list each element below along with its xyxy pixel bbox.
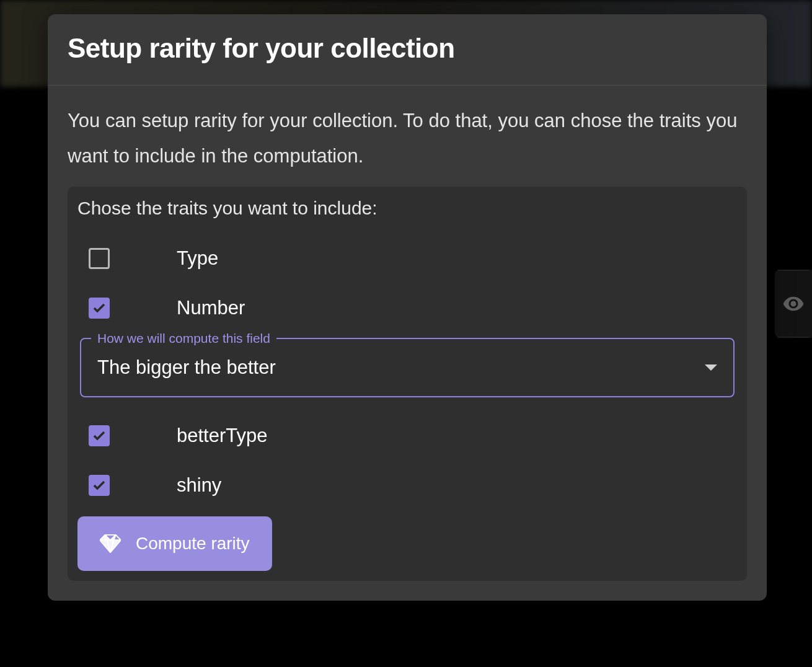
compute-method-select-wrapper: How we will compute this field The bigge… [80, 338, 735, 397]
modal-body: You can setup rarity for your collection… [48, 86, 767, 601]
checkbox-wrapper [89, 425, 110, 446]
compute-method-select[interactable]: The bigger the better [80, 338, 735, 397]
compute-button-label: Compute rarity [136, 534, 250, 554]
checkmark-icon [92, 478, 107, 493]
checkbox-wrapper [89, 475, 110, 496]
trait-row-shiny: shiny [77, 461, 737, 510]
trait-label: shiny [177, 474, 221, 497]
modal-header: Setup rarity for your collection [48, 14, 767, 86]
trait-label: betterType [177, 425, 267, 447]
trait-label: Number [177, 297, 245, 319]
select-value: The bigger the better [97, 356, 276, 379]
traits-panel: Chose the traits you want to include: Ty… [68, 187, 747, 581]
trait-checkbox-type[interactable] [89, 248, 110, 269]
checkmark-icon [92, 301, 107, 316]
select-floating-label: How we will compute this field [91, 331, 276, 346]
checkbox-wrapper [89, 248, 110, 269]
traits-heading: Chose the traits you want to include: [77, 198, 737, 219]
diamond-icon [100, 534, 121, 553]
trait-row-type: Type [77, 234, 737, 283]
checkmark-icon [92, 428, 107, 443]
checkbox-wrapper [89, 298, 110, 319]
trait-checkbox-shiny[interactable] [89, 475, 110, 496]
rarity-setup-modal: Setup rarity for your collection You can… [48, 14, 767, 601]
modal-description: You can setup rarity for your collection… [68, 103, 747, 174]
trait-checkbox-number[interactable] [89, 298, 110, 319]
chevron-down-icon [705, 364, 717, 371]
trait-label: Type [177, 247, 218, 270]
compute-rarity-button[interactable]: Compute rarity [77, 516, 272, 571]
modal-title: Setup rarity for your collection [68, 33, 747, 64]
trait-checkbox-bettertype[interactable] [89, 425, 110, 446]
trait-row-bettertype: betterType [77, 411, 737, 461]
trait-row-number: Number [77, 283, 737, 333]
